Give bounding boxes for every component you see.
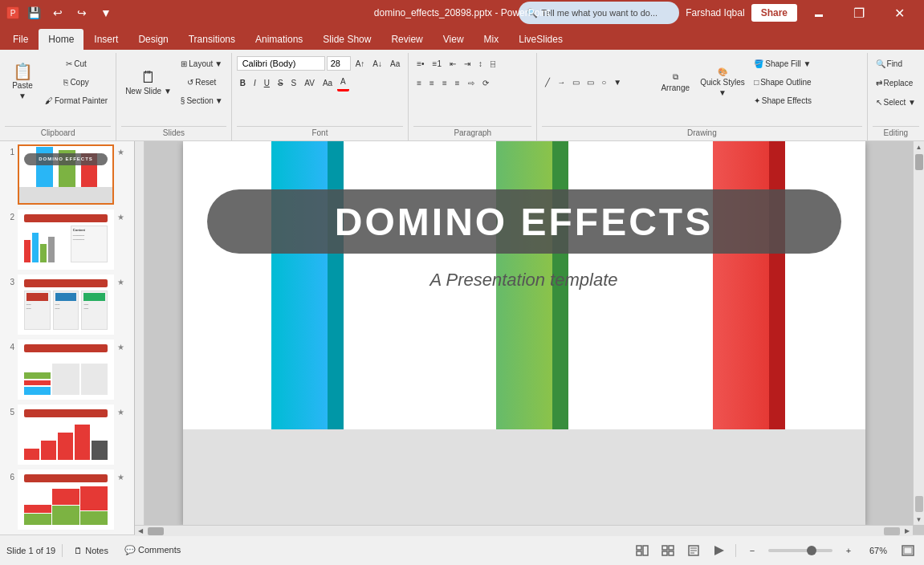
tab-animations[interactable]: Animations — [246, 29, 312, 50]
shape-rect-button[interactable]: ▭ — [569, 73, 583, 91]
change-case-button[interactable]: Aa — [320, 74, 336, 91]
redo-button[interactable]: ↪ — [72, 3, 92, 22]
scroll-up-button[interactable]: ▲ — [914, 141, 925, 152]
tab-slideshow[interactable]: Slide Show — [313, 29, 381, 50]
zoom-slider[interactable] — [768, 549, 832, 552]
tab-insert[interactable]: Insert — [84, 29, 128, 50]
select-button[interactable]: ↖ Select ▼ — [873, 93, 919, 111]
underline-button[interactable]: U — [261, 74, 273, 91]
columns-button[interactable]: ⌸ — [487, 55, 499, 72]
zoom-thumb[interactable] — [807, 546, 816, 555]
decrease-font-button[interactable]: A↓ — [369, 55, 385, 72]
slide-image-2[interactable]: Content ───── ───── — [18, 209, 114, 270]
zoom-level-button[interactable]: 67% — [865, 544, 892, 557]
arrange-button[interactable]: ⧉ Arrange — [656, 55, 694, 109]
center-button[interactable]: ≡ — [426, 74, 438, 91]
slideshow-button[interactable] — [710, 543, 729, 559]
slide-subtitle[interactable]: A Presentation template — [183, 270, 865, 291]
slide-thumb-5[interactable]: 5 ★ — [3, 404, 131, 465]
increase-indent-button[interactable]: ⇥ — [461, 55, 474, 72]
tab-file[interactable]: File — [3, 29, 38, 50]
shape-outline-button[interactable]: □ Shape Outline — [751, 73, 815, 91]
scroll-up-thumb[interactable] — [915, 154, 923, 170]
justify-button[interactable]: ≡ — [452, 74, 463, 91]
notes-button[interactable]: 🗒 Notes — [69, 544, 113, 557]
tab-design[interactable]: Design — [128, 29, 177, 50]
tab-home[interactable]: Home — [39, 29, 83, 50]
replace-button[interactable]: ⇄ Replace — [873, 74, 917, 91]
slide-thumb-4[interactable]: 4 ★ — [3, 339, 131, 400]
align-right-button[interactable]: ≡ — [439, 74, 450, 91]
slide-title-banner[interactable]: DOMINO EFFECTS — [207, 189, 841, 254]
text-dir-button[interactable]: ⇨ — [465, 74, 478, 91]
italic-button[interactable]: I — [250, 74, 259, 91]
shape-rounded-rect-button[interactable]: ▭ — [584, 73, 597, 91]
shape-oval-button[interactable]: ○ — [598, 73, 609, 91]
minimize-button[interactable]: 🗕 — [800, 0, 837, 26]
horizontal-scrollbar[interactable]: ◀ ▶ — [135, 525, 913, 536]
font-name-input[interactable]: Calibri (Body) — [237, 56, 325, 71]
qat-customize-button[interactable]: ▼ — [96, 3, 116, 22]
tab-transitions[interactable]: Transitions — [179, 29, 245, 50]
copy-button[interactable]: ⎘ Copy — [42, 73, 111, 91]
shape-line-button[interactable]: ╱ — [542, 73, 553, 91]
shape-effects-button[interactable]: ✦ Shape Effects — [751, 91, 815, 109]
slide-sorter-button[interactable] — [658, 543, 678, 559]
numbering-button[interactable]: ≡1 — [429, 55, 445, 72]
scroll-left-button[interactable]: ◀ — [135, 526, 146, 537]
slide-image-4[interactable] — [18, 339, 114, 400]
slide-thumb-2[interactable]: 2 Content ───── ───── — [3, 209, 131, 270]
bold-button[interactable]: B — [237, 74, 249, 91]
quick-styles-button[interactable]: 🎨 Quick Styles ▼ — [696, 55, 749, 109]
save-button[interactable]: 💾 — [24, 3, 43, 22]
char-spacing-button[interactable]: AV — [301, 74, 318, 91]
slide-thumb-6[interactable]: 6 — [3, 469, 131, 530]
shapes-more-button[interactable]: ▼ — [610, 73, 625, 91]
tab-mix[interactable]: Mix — [474, 29, 509, 50]
line-spacing-button[interactable]: ↕ — [475, 55, 486, 72]
zoom-in-button[interactable]: + — [839, 543, 858, 559]
restore-button[interactable]: ❐ — [841, 0, 877, 26]
slide-thumb-3[interactable]: 3 ──── ──── — [3, 274, 131, 335]
canvas-area[interactable]: DOMINO EFFECTS A Presentation template — [135, 141, 913, 525]
comments-button[interactable]: 💬 Comments — [120, 543, 185, 557]
zoom-out-button[interactable]: − — [743, 543, 762, 559]
decrease-indent-button[interactable]: ⇤ — [446, 55, 459, 72]
reading-view-button[interactable] — [684, 543, 703, 559]
clear-format-button[interactable]: Aa — [387, 55, 403, 72]
tab-review[interactable]: Review — [381, 29, 432, 50]
paste-button[interactable]: 📋 Paste ▼ — [5, 55, 40, 109]
close-button[interactable]: ✕ — [881, 0, 918, 26]
slide-image-6[interactable] — [18, 469, 114, 530]
tab-view[interactable]: View — [434, 29, 474, 50]
align-left-button[interactable]: ≡ — [413, 74, 425, 91]
font-color-button[interactable]: A — [337, 74, 349, 91]
increase-font-button[interactable]: A↑ — [352, 55, 368, 72]
cut-button[interactable]: ✂ Cut — [42, 55, 111, 72]
new-slide-button[interactable]: 🗒 New Slide ▼ — [121, 55, 176, 109]
shape-fill-button[interactable]: 🪣 Shape Fill ▼ — [751, 55, 815, 72]
layout-button[interactable]: ⊞ Layout ▼ — [177, 55, 226, 72]
scroll-right-thumb[interactable] — [884, 527, 900, 535]
shadow-button[interactable]: S — [288, 74, 300, 91]
bullets-button[interactable]: ≡• — [413, 55, 427, 72]
scroll-left-thumb[interactable] — [148, 527, 164, 535]
find-button[interactable]: 🔍 Find — [873, 55, 906, 72]
font-size-input[interactable]: 28 — [327, 56, 351, 71]
section-button[interactable]: § Section ▼ — [177, 91, 226, 109]
vertical-scrollbar[interactable]: ▲ ▼ — [913, 141, 924, 525]
shape-arrow-button[interactable]: → — [554, 73, 568, 91]
slide-thumb-1[interactable]: 1 DOMINO EFFECTS ★ — [3, 144, 131, 205]
slide-image-1[interactable]: DOMINO EFFECTS — [18, 144, 114, 205]
scroll-down-button[interactable]: ▼ — [914, 514, 925, 525]
undo-button[interactable]: ↩ — [48, 3, 67, 22]
format-painter-button[interactable]: 🖌 Format Painter — [42, 91, 111, 109]
scroll-down-thumb[interactable] — [915, 496, 923, 512]
slide-image-5[interactable] — [18, 404, 114, 465]
fit-to-window-button[interactable] — [898, 543, 918, 559]
slide-canvas[interactable]: DOMINO EFFECTS A Presentation template — [183, 141, 865, 525]
reset-button[interactable]: ↺ Reset — [177, 73, 226, 91]
normal-view-button[interactable] — [633, 543, 652, 559]
scroll-right-button[interactable]: ▶ — [902, 526, 913, 537]
share-button[interactable]: Share — [751, 4, 797, 22]
